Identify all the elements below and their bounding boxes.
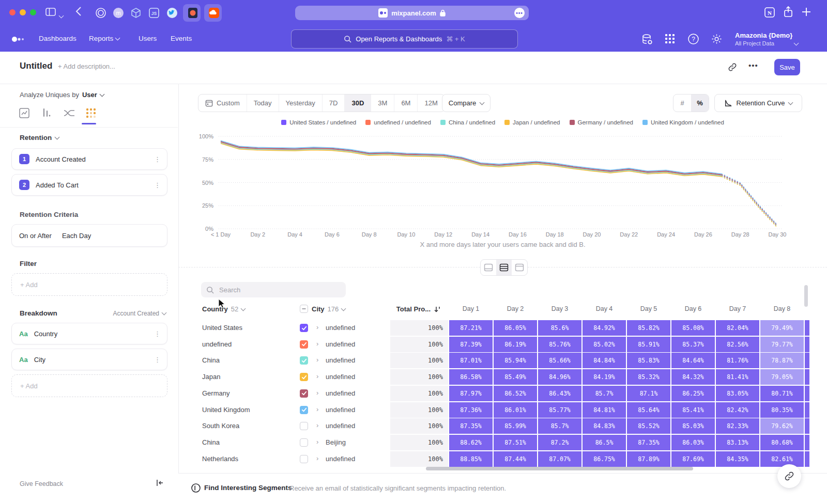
cloud-icon[interactable]	[207, 6, 221, 20]
range-30d[interactable]: 30D	[345, 94, 371, 112]
nav-dashboards[interactable]: Dashboards	[39, 35, 76, 42]
table-search[interactable]	[201, 282, 346, 297]
day-column-header[interactable]: Day 8	[760, 305, 804, 312]
back-icon[interactable]	[75, 6, 82, 17]
legend-item[interactable]: Germany / undefined	[570, 119, 633, 125]
row-checkbox[interactable]	[300, 356, 308, 365]
cube-icon[interactable]	[129, 6, 143, 20]
project-switcher[interactable]: Amazonia {Demo} All Project Data	[735, 32, 792, 46]
target-icon[interactable]	[94, 6, 108, 20]
reader-icon[interactable]	[186, 6, 200, 20]
row-checkbox[interactable]	[300, 406, 308, 414]
range-6m[interactable]: 6M	[394, 94, 418, 112]
nav-events[interactable]: Events	[171, 35, 192, 42]
row-checkbox[interactable]	[300, 340, 308, 349]
nav-users[interactable]: Users	[139, 35, 157, 42]
day-column-header[interactable]: Day 5	[627, 305, 670, 312]
retention-step-1[interactable]: 1 Account Created ⋮	[11, 148, 167, 170]
kebab-menu-icon[interactable]: ⋮	[154, 330, 161, 338]
legend-item[interactable]: China / undefined	[440, 119, 495, 125]
expand-row-icon[interactable]: ›	[316, 438, 318, 446]
row-checkbox[interactable]	[300, 422, 308, 430]
legend-item[interactable]: undefined / undefined	[365, 119, 431, 125]
share-icon[interactable]	[783, 6, 794, 18]
add-filter-button[interactable]: + Add	[11, 273, 167, 296]
row-checkbox[interactable]	[300, 438, 308, 447]
compare-button[interactable]: Compare	[442, 94, 491, 112]
add-breakdown-button[interactable]: + Add	[11, 374, 167, 397]
apps-grid-icon[interactable]	[664, 33, 676, 44]
minimize-window-button[interactable]	[20, 9, 26, 15]
help-icon[interactable]: ?	[687, 33, 699, 45]
expand-row-icon[interactable]: ›	[316, 340, 318, 348]
site-options-icon[interactable]: •••	[514, 8, 525, 18]
expand-row-icon[interactable]: ›	[316, 389, 318, 397]
unit-number-toggle[interactable]: #	[673, 94, 691, 112]
expand-row-icon[interactable]: ›	[316, 405, 318, 413]
row-checkbox[interactable]	[300, 389, 308, 398]
breakdown-scope-selector[interactable]: Account Created	[113, 310, 166, 317]
report-title[interactable]: Untitled	[20, 61, 52, 71]
js-badge-icon[interactable]: JS	[147, 6, 161, 20]
chart-only-view-icon[interactable]	[481, 260, 496, 275]
data-management-icon[interactable]	[641, 33, 653, 45]
nav-reports[interactable]: Reports	[89, 35, 119, 42]
breakdown-country[interactable]: Aa Country ⋮	[11, 323, 167, 344]
tab-insights[interactable]	[19, 107, 30, 119]
horizontal-scrollbar[interactable]	[426, 467, 693, 470]
row-checkbox[interactable]	[300, 324, 308, 332]
unit-percent-toggle[interactable]: %	[691, 94, 709, 112]
notion-icon[interactable]: N	[764, 7, 775, 18]
day-column-header[interactable]: Day 1	[449, 305, 493, 312]
select-all-checkbox[interactable]	[300, 305, 308, 313]
share-link-fab[interactable]	[777, 464, 801, 488]
analyze-uniques-control[interactable]: Analyze Uniques byUser	[20, 91, 104, 99]
legend-item[interactable]: Japan / undefined	[504, 119, 560, 125]
day-column-header[interactable]: Day 4	[583, 305, 626, 312]
zoom-window-button[interactable]	[30, 9, 36, 15]
expand-row-icon[interactable]: ›	[316, 421, 318, 429]
settings-gear-icon[interactable]	[711, 33, 723, 45]
total-column-header[interactable]: Total Pro...	[391, 305, 441, 313]
more-options-icon[interactable]: •••	[748, 61, 758, 70]
collapse-sidebar-icon[interactable]	[155, 478, 164, 487]
report-description-placeholder[interactable]: + Add description...	[58, 62, 115, 70]
criteria-each-day[interactable]: Each Day	[62, 232, 91, 240]
chevron-down-icon[interactable]	[59, 10, 63, 20]
address-bar[interactable]: mixpanel.com •••	[295, 6, 529, 20]
expand-row-icon[interactable]: ›	[316, 356, 318, 364]
close-window-button[interactable]	[9, 9, 16, 15]
expand-row-icon[interactable]: ›	[316, 323, 318, 331]
split-view-icon[interactable]	[496, 260, 512, 275]
range-custom[interactable]: Custom	[198, 94, 247, 112]
range-today[interactable]: Today	[247, 94, 279, 112]
row-checkbox[interactable]	[300, 373, 308, 381]
retention-criteria-card[interactable]: On or After Each Day	[11, 224, 167, 247]
bird-icon[interactable]	[165, 6, 179, 20]
project-chevron-icon[interactable]	[794, 38, 798, 47]
kebab-menu-icon[interactable]: ⋮	[154, 155, 161, 163]
range-yesterday[interactable]: Yesterday	[279, 94, 323, 112]
row-checkbox[interactable]	[300, 455, 308, 463]
expand-row-icon[interactable]: ›	[316, 454, 318, 462]
criteria-on-or-after[interactable]: On or After	[19, 232, 52, 240]
tab-retention-active[interactable]	[85, 107, 97, 119]
sidebar-toggle-icon[interactable]	[45, 7, 56, 17]
range-7d[interactable]: 7D	[323, 94, 345, 112]
plus-icon[interactable]	[801, 7, 811, 17]
table-only-view-icon[interactable]	[512, 260, 527, 275]
city-column-header[interactable]: City176	[312, 305, 345, 313]
find-segments-title[interactable]: Find Interesting Segments	[204, 484, 292, 492]
range-12m[interactable]: 12M	[418, 94, 444, 112]
kebab-menu-icon[interactable]: ⋮	[154, 181, 161, 189]
retention-section-label[interactable]: Retention	[20, 134, 59, 141]
vertical-scrollbar[interactable]	[804, 285, 808, 307]
expand-row-icon[interactable]: ›	[316, 372, 318, 380]
day-column-header[interactable]: Day 6	[671, 305, 715, 312]
global-search-button[interactable]: Open Reports & Dashboards ⌘ + K	[291, 29, 518, 49]
chart-type-selector[interactable]: Retention Curve	[714, 94, 802, 112]
day-column-header[interactable]: Day 7	[716, 305, 759, 312]
legend-item[interactable]: United Kingdom / undefined	[642, 119, 724, 125]
avatar-m-icon[interactable]: m	[112, 6, 125, 20]
table-search-input[interactable]	[218, 286, 334, 294]
